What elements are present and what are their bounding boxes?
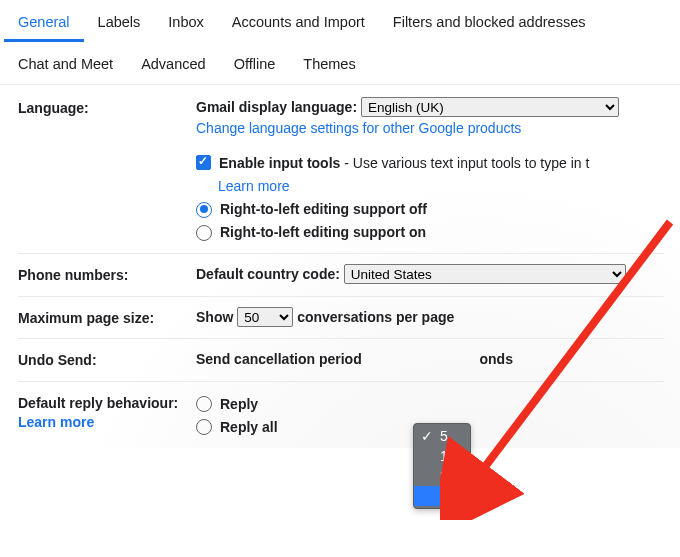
rtl-on-label: Right-to-left editing support on (220, 222, 426, 243)
row-default-reply: Default reply behaviour: Learn more Repl… (18, 382, 664, 448)
tab-advanced[interactable]: Advanced (127, 42, 220, 84)
input-tools-learn-more[interactable]: Learn more (218, 178, 290, 194)
tab-inbox[interactable]: Inbox (154, 0, 217, 42)
row-undo-send: Undo Send: Send cancellation period onds (18, 339, 664, 382)
tab-accounts-import[interactable]: Accounts and Import (218, 0, 379, 42)
label-undo-send: Undo Send: (18, 349, 196, 371)
language-settings: Gmail display language: English (UK) Cha… (196, 97, 664, 243)
undo-option-20[interactable]: 20 (414, 466, 470, 486)
row-language: Language: Gmail display language: Englis… (18, 85, 664, 254)
display-language-label: Gmail display language: (196, 99, 357, 115)
label-language: Language: (18, 97, 196, 243)
tab-general[interactable]: General (4, 0, 84, 42)
undo-prefix: Send cancellation period (196, 351, 362, 367)
reply-label: Reply (220, 394, 258, 415)
undo-option-10[interactable]: 10 (414, 446, 470, 466)
reply-learn-more[interactable]: Learn more (18, 414, 94, 430)
page-size-suffix: conversations per page (297, 309, 454, 325)
label-page-size: Maximum page size: (18, 307, 196, 329)
tab-themes[interactable]: Themes (289, 42, 369, 84)
country-code-label: Default country code: (196, 266, 340, 282)
row-page-size: Maximum page size: Show 50 conversations… (18, 297, 664, 340)
settings-content: Language: Gmail display language: Englis… (0, 85, 680, 448)
tab-labels[interactable]: Labels (84, 0, 155, 42)
label-phone: Phone numbers: (18, 264, 196, 286)
reply-radio[interactable] (196, 396, 212, 412)
country-code-select[interactable]: United States (344, 264, 626, 284)
page-size-settings: Show 50 conversations per page (196, 307, 664, 329)
row-phone: Phone numbers: Default country code: Uni… (18, 254, 664, 297)
tab-filters[interactable]: Filters and blocked addresses (379, 0, 600, 42)
display-language-select[interactable]: English (UK) (361, 97, 619, 117)
rtl-off-label: Right-to-left editing support off (220, 199, 427, 220)
reply-all-label: Reply all (220, 417, 278, 438)
undo-suffix: onds (479, 351, 512, 367)
label-default-reply: Default reply behaviour: Learn more (18, 392, 196, 438)
tab-chat-meet[interactable]: Chat and Meet (4, 42, 127, 84)
undo-send-dropdown-open[interactable]: 5 10 20 30 (413, 423, 471, 509)
tab-offline[interactable]: Offline (220, 42, 290, 84)
undo-option-30[interactable]: 30 (414, 486, 470, 506)
tabs-row-2: Chat and Meet Advanced Offline Themes (4, 42, 676, 84)
settings-tabs: General Labels Inbox Accounts and Import… (0, 0, 680, 85)
page-size-show: Show (196, 309, 233, 325)
rtl-on-radio[interactable] (196, 225, 212, 241)
change-language-link[interactable]: Change language settings for other Googl… (196, 120, 521, 136)
enable-input-tools-label: Enable input tools (219, 155, 340, 171)
phone-settings: Default country code: United States (196, 264, 664, 286)
page-size-select[interactable]: 50 (237, 307, 293, 327)
rtl-off-radio[interactable] (196, 202, 212, 218)
tabs-row-1: General Labels Inbox Accounts and Import… (4, 0, 676, 42)
enable-input-tools-text: Enable input tools - Use various text in… (219, 153, 589, 174)
reply-all-radio[interactable] (196, 419, 212, 435)
undo-send-settings: Send cancellation period onds (196, 349, 664, 371)
enable-input-tools-desc: - Use various text input tools to type i… (340, 155, 589, 171)
enable-input-tools-checkbox[interactable] (196, 155, 211, 170)
undo-option-5[interactable]: 5 (414, 426, 470, 446)
